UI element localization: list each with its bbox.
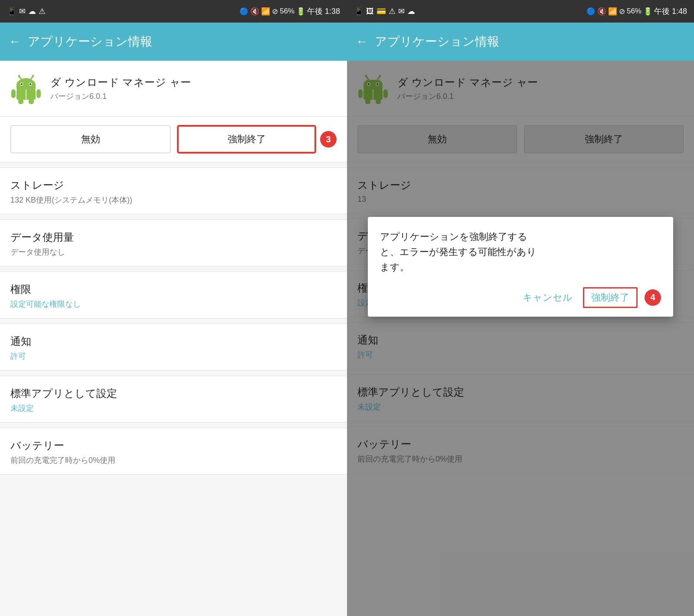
right-wifi-icon: 📶 (608, 7, 617, 16)
dialog-cancel-button[interactable]: キャンセル (519, 289, 576, 306)
left-storage-value: 132 KB使用(システムメモリ(本体)) (10, 195, 337, 205)
right-no-signal-icon: ⊘ (619, 7, 625, 16)
left-permissions-value[interactable]: 設定可能な権限なし (10, 299, 337, 309)
left-time: 午後 1:38 (307, 6, 340, 16)
left-phone-panel: 📱 ✉ ☁ ⚠ 🔵 🔇 📶 ⊘ 56%🔋 午後 1:38 ← アプリケーション情… (0, 0, 347, 616)
left-data-usage-title: データ使用量 (10, 230, 337, 244)
right-phone-panel: 📱 🖼 💳 ⚠ ✉ ☁ 🔵 🔇 📶 ⊘ 56%🔋 午後 1:48 ← アプリケー… (347, 0, 694, 616)
left-battery-section: バッテリー 前回の充電完了時から0%使用 (0, 428, 347, 475)
left-app-version: バージョン6.0.1 (50, 91, 191, 102)
left-default-apps-section: 標準アプリとして設定 未設定 (0, 376, 347, 423)
svg-point-9 (32, 75, 34, 77)
svg-rect-13 (18, 99, 23, 104)
right-back-button[interactable]: ← (356, 35, 368, 49)
right-status-icons: 📱 🖼 💳 ⚠ ✉ ☁ (354, 7, 415, 16)
svg-rect-14 (29, 99, 34, 104)
left-app-title-area: ダ ウンロード マネージ ャー バージョン6.0.1 (50, 75, 191, 102)
left-back-button[interactable]: ← (9, 35, 21, 49)
wifi-icon: 📶 (261, 7, 270, 16)
left-status-bar: 📱 ✉ ☁ ⚠ 🔵 🔇 📶 ⊘ 56%🔋 午後 1:38 (0, 0, 347, 23)
mail-icon: ✉ (19, 7, 26, 16)
dialog-buttons: キャンセル 強制終了 4 (380, 287, 661, 308)
left-permissions-section: 権限 設定可能な権限なし (0, 272, 347, 318)
left-storage-section: ストレージ 132 KB使用(システムメモリ(本体)) (0, 167, 347, 214)
force-stop-dialog: アプリケーションを強制終了すると、エラーが発生する可能性があります。 キャンセル… (368, 217, 673, 317)
svg-rect-12 (36, 89, 41, 98)
left-battery-title: バッテリー (10, 439, 337, 452)
right-phone-icon: 📱 (354, 7, 363, 16)
left-data-usage-section: データ使用量 データ使用なし (0, 220, 347, 266)
right-time: 午後 1:48 (654, 6, 687, 16)
right-status-right: 🔵 🔇 📶 ⊘ 56%🔋 午後 1:48 (586, 6, 687, 16)
left-app-bar: ← アプリケーション情報 (0, 23, 347, 61)
dialog-message: アプリケーションを強制終了すると、エラーが発生する可能性があります。 (380, 229, 661, 275)
right-cloud-icon: ☁ (407, 7, 415, 16)
svg-point-4 (21, 83, 23, 85)
left-app-icon (10, 73, 42, 104)
right-status-bar: 📱 🖼 💳 ⚠ ✉ ☁ 🔵 🔇 📶 ⊘ 56%🔋 午後 1:48 (347, 0, 694, 23)
left-default-apps-title: 標準アプリとして設定 (10, 387, 337, 400)
left-content: ダ ウンロード マネージ ャー バージョン6.0.1 無効 強制終了 3 ストレ… (0, 61, 347, 616)
left-status-right: 🔵 🔇 📶 ⊘ 56%🔋 午後 1:38 (239, 6, 340, 16)
right-step-badge: 4 (645, 289, 661, 306)
right-mail-icon: ✉ (398, 7, 405, 16)
left-battery-value: 前回の充電完了時から0%使用 (10, 455, 337, 465)
left-app-info-header: ダ ウンロード マネージ ャー バージョン6.0.1 (0, 61, 347, 117)
left-permissions-title: 権限 (10, 282, 337, 296)
right-app-bar: ← アプリケーション情報 (347, 23, 694, 61)
svg-rect-11 (11, 89, 16, 98)
left-force-stop-button[interactable]: 強制終了 (177, 125, 316, 153)
dialog-overlay: アプリケーションを強制終了すると、エラーが発生する可能性があります。 キャンセル… (347, 61, 694, 616)
right-app-bar-title: アプリケーション情報 (375, 33, 499, 50)
cloud-icon: ☁ (28, 7, 36, 16)
svg-point-8 (18, 75, 20, 77)
alert-icon: ⚠ (39, 7, 46, 16)
right-content-wrapper: ダ ウンロード マネージ ャー バージョン6.0.1 無効 強制終了 ストレージ… (347, 61, 694, 616)
left-status-icons: 📱 ✉ ☁ ⚠ (7, 7, 46, 16)
left-notifications-title: 通知 (10, 334, 337, 348)
svg-point-5 (29, 83, 31, 85)
bluetooth-icon: 🔵 (239, 7, 249, 16)
left-notifications-value[interactable]: 許可 (10, 351, 337, 361)
right-battery-text: 56% (627, 7, 642, 16)
left-storage-title: ストレージ (10, 178, 337, 192)
right-bluetooth-icon: 🔵 (586, 7, 596, 16)
left-notifications-section: 通知 許可 (0, 324, 347, 370)
right-sd-icon: 💳 (376, 7, 386, 16)
left-app-bar-title: アプリケーション情報 (28, 33, 152, 50)
mute-icon: 🔇 (250, 7, 259, 16)
left-data-usage-value: データ使用なし (10, 247, 337, 257)
left-step-badge: 3 (320, 131, 337, 147)
no-signal-icon: ⊘ (272, 7, 278, 16)
right-mute-icon: 🔇 (597, 7, 606, 16)
battery-text: 56% (280, 7, 295, 16)
right-alert-icon: ⚠ (389, 7, 396, 16)
left-default-apps-value[interactable]: 未設定 (10, 403, 337, 413)
right-img-icon: 🖼 (366, 7, 374, 16)
phone-icon: 📱 (7, 7, 16, 16)
left-disable-button[interactable]: 無効 (10, 125, 170, 153)
left-buttons-row: 無効 強制終了 3 (0, 117, 347, 162)
dialog-force-stop-button[interactable]: 強制終了 (583, 287, 638, 308)
left-app-name: ダ ウンロード マネージ ャー (50, 75, 191, 89)
